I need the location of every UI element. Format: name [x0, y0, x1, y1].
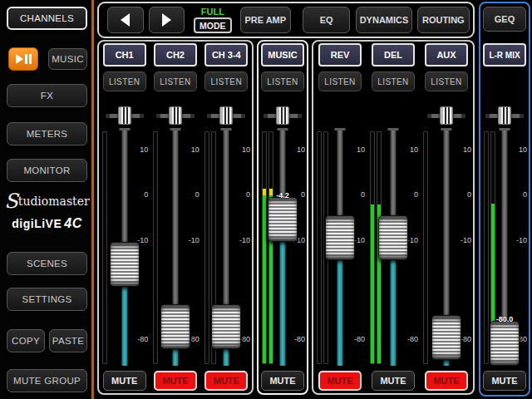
music-player-button[interactable]: MUSIC	[48, 48, 87, 70]
channel-name-button[interactable]: CH2	[154, 43, 197, 66]
pan-slider[interactable]	[420, 106, 473, 125]
fader-knob[interactable]	[378, 215, 408, 260]
fader-track-cap	[119, 128, 130, 131]
channel-name-button[interactable]: AUX	[425, 43, 468, 66]
pan-slider[interactable]	[201, 106, 252, 125]
settings-button[interactable]: SETTINGS	[7, 288, 87, 311]
fader-knob[interactable]	[160, 304, 190, 349]
listen-button[interactable]: LISTEN	[318, 71, 362, 91]
eq-button[interactable]: EQ	[303, 7, 350, 33]
mute-button[interactable]: MUTE	[261, 371, 304, 391]
pan-knob[interactable]	[169, 106, 182, 125]
fader-scale-label: -10	[461, 236, 471, 244]
copy-button[interactable]: COPY	[7, 329, 45, 352]
pan-slider[interactable]	[259, 106, 307, 125]
pan-knob[interactable]	[118, 106, 131, 125]
input-channels-group: CH1LISTEN100-10-80MUTECH2LISTEN100-10-80…	[97, 40, 254, 395]
fader-knob[interactable]	[431, 315, 461, 360]
logo-initial: S	[4, 190, 17, 213]
fader-track-cap	[170, 128, 180, 131]
channel-strip-rev: REVLISTEN100-10-80MUTE	[313, 42, 367, 393]
level-meter	[262, 131, 267, 364]
pan-knob[interactable]	[276, 106, 289, 125]
fader-scale-label: -80	[461, 335, 471, 343]
mode-toggle[interactable]: FULL MODE	[193, 7, 232, 33]
fader-zone: 100-10-80	[367, 128, 420, 367]
pan-slider[interactable]	[480, 106, 529, 125]
next-page-button[interactable]	[149, 7, 185, 33]
pan-knob[interactable]	[219, 106, 233, 125]
play-pause-button[interactable]	[8, 47, 38, 71]
mute-button[interactable]: MUTE	[372, 371, 415, 391]
logo-model-text: 4C	[64, 216, 81, 230]
pan-knob[interactable]	[440, 106, 453, 125]
listen-button[interactable]: LISTEN	[425, 71, 468, 91]
fader-track-cap	[500, 128, 510, 131]
fader-scale-label: -80	[407, 335, 418, 343]
fader-zone: 100-10-80	[150, 128, 200, 367]
fader-knob[interactable]	[110, 242, 140, 287]
pan-slider[interactable]	[150, 106, 200, 125]
channel-strips-area: CH1LISTEN100-10-80MUTECH2LISTEN100-10-80…	[97, 40, 478, 397]
fader-scale-label: 0	[195, 190, 200, 199]
fader-scale-label: 10	[140, 145, 148, 154]
routing-button[interactable]: ROUTING	[417, 7, 470, 33]
fader-scale-label: 0	[246, 190, 250, 199]
pan-knob[interactable]	[498, 106, 511, 125]
fader-scale-label: -10	[354, 236, 365, 244]
channel-name-button[interactable]: DEL	[372, 43, 415, 66]
fader-scale-label: 0	[361, 190, 365, 199]
mute-button[interactable]: MUTE	[154, 371, 197, 391]
fader-knob[interactable]	[325, 215, 355, 260]
dynamics-button[interactable]: DYNAMICS	[356, 7, 411, 33]
mute-group-button[interactable]: MUTE GROUP	[7, 369, 87, 392]
fader-scale-label: 10	[191, 145, 200, 154]
mode-button[interactable]: MODE	[194, 17, 232, 33]
mute-button[interactable]: MUTE	[103, 371, 146, 391]
fader-scale-label: -80	[294, 335, 305, 343]
paste-button[interactable]: PASTE	[49, 329, 87, 352]
meter-peak-segment	[263, 189, 266, 195]
listen-button[interactable]: LISTEN	[261, 71, 304, 91]
level-meter	[268, 131, 273, 364]
channels-button[interactable]: CHANNELS	[7, 7, 87, 30]
previous-page-button[interactable]	[107, 7, 144, 33]
mute-button[interactable]: MUTE	[204, 371, 248, 391]
left-arrow-icon	[121, 13, 130, 27]
fader-track-upper	[502, 130, 508, 342]
mute-button[interactable]: MUTE	[318, 371, 362, 391]
play-icon	[16, 54, 23, 64]
scenes-button[interactable]: SCENES	[7, 252, 87, 275]
listen-button[interactable]: LISTEN	[372, 71, 415, 91]
pan-slider[interactable]	[99, 106, 150, 125]
listen-button[interactable]: LISTEN	[204, 71, 248, 91]
channel-name-button[interactable]: L-R MIX	[483, 43, 526, 66]
monitor-button[interactable]: MONITOR	[7, 159, 87, 182]
channel-strip-l-r-mix: L-R MIX100-10-80-80.0MUTE	[480, 32, 529, 391]
fader-scale-label: -80	[137, 335, 148, 343]
logo-rest: tudiomaster	[18, 195, 90, 208]
channel-name-button[interactable]: CH 3-4	[204, 43, 248, 66]
fader-scale-label: -10	[239, 236, 250, 244]
fader-knob[interactable]	[490, 321, 520, 366]
fx-button[interactable]: FX	[7, 84, 87, 107]
pause-bar-icon	[29, 54, 32, 64]
channel-name-button[interactable]: MUSIC	[261, 43, 304, 66]
channel-name-button[interactable]: CH1	[103, 43, 146, 66]
mute-button[interactable]: MUTE	[425, 371, 468, 391]
listen-button[interactable]: LISTEN	[103, 71, 146, 91]
level-meters	[423, 131, 428, 364]
geq-button[interactable]: GEQ	[483, 7, 526, 32]
fader-track-cap	[221, 128, 232, 131]
fader-knob[interactable]	[211, 304, 241, 349]
channel-strip-music: MUSICLISTEN100-10-80-4.2MUTE	[259, 42, 307, 393]
mute-button[interactable]: MUTE	[483, 371, 526, 391]
fader-knob[interactable]	[268, 197, 298, 242]
listen-button[interactable]: LISTEN	[154, 71, 197, 91]
fader-track-upper	[224, 130, 229, 326]
fader-scale-label: -80	[354, 335, 365, 343]
pre-amp-button[interactable]: PRE AMP	[240, 7, 291, 33]
fader-scale-label: 10	[357, 145, 365, 154]
meters-button[interactable]: METERS	[7, 122, 87, 145]
channel-name-button[interactable]: REV	[318, 43, 362, 66]
